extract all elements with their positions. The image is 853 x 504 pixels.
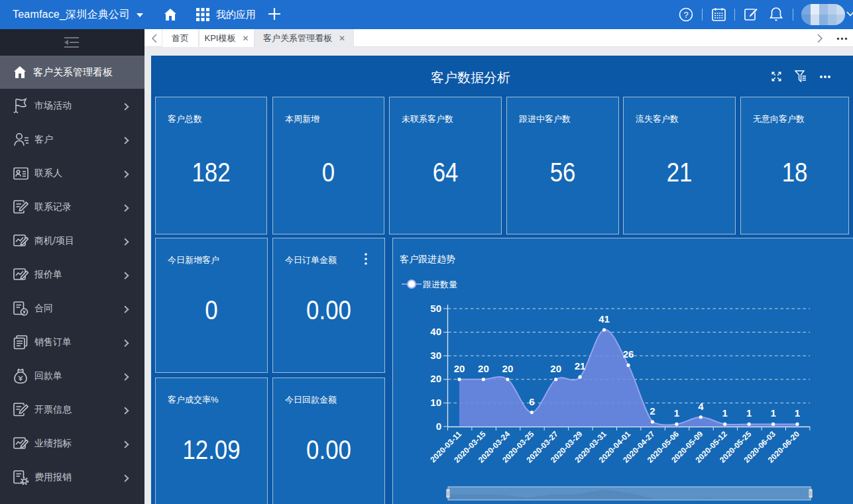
svg-text:50: 50 <box>430 303 441 314</box>
svg-text:20: 20 <box>550 363 561 374</box>
svg-text:6: 6 <box>529 396 534 407</box>
svg-text:跟进数量: 跟进数量 <box>423 279 457 289</box>
svg-text:20: 20 <box>430 373 441 384</box>
svg-text:1: 1 <box>746 407 752 419</box>
svg-text:1: 1 <box>722 407 728 419</box>
svg-text:1: 1 <box>770 407 775 419</box>
svg-text:20: 20 <box>502 363 514 374</box>
svg-text:20: 20 <box>454 363 465 374</box>
svg-text:10: 10 <box>430 397 441 408</box>
svg-text:1: 1 <box>795 407 800 419</box>
svg-text:30: 30 <box>430 350 441 361</box>
svg-text:41: 41 <box>598 313 610 325</box>
svg-text:26: 26 <box>623 348 634 360</box>
svg-text:0: 0 <box>436 421 441 432</box>
svg-text:4: 4 <box>698 401 704 412</box>
svg-text:客户跟进趋势: 客户跟进趋势 <box>400 254 455 264</box>
svg-text:1: 1 <box>674 407 679 419</box>
svg-text:2: 2 <box>650 405 655 417</box>
svg-text:40: 40 <box>430 326 441 337</box>
svg-text:20: 20 <box>478 363 489 374</box>
svg-text:21: 21 <box>575 360 586 372</box>
